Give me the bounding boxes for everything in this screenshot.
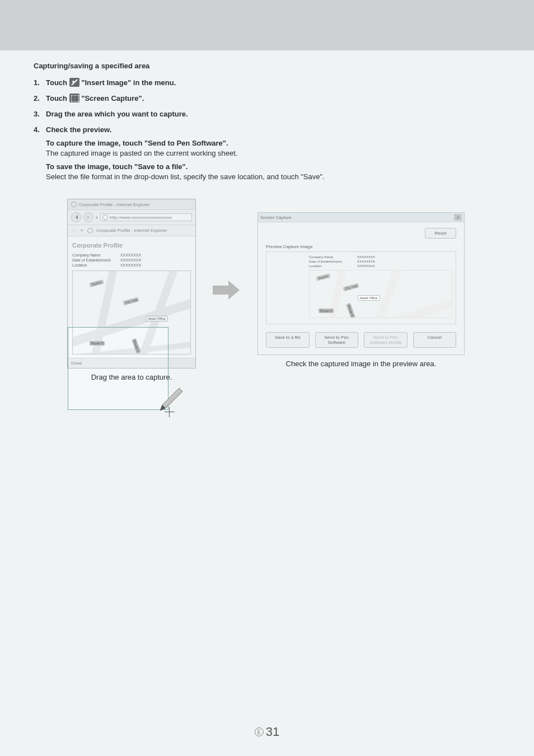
mini-value-company: XXXXXXXX: [357, 255, 375, 259]
mini-label-company: Company Name: [309, 255, 354, 259]
step-4: Check the preview. To capture the image,…: [46, 125, 500, 182]
save-to-file-button[interactable]: Save to a file: [266, 332, 310, 348]
step-1-text-a: Touch: [46, 78, 69, 87]
value-company: XXXXXXXX: [120, 253, 141, 257]
send-to-pen-software-mobile-button[interactable]: Send to Pen Software Mobile: [364, 332, 407, 348]
step-4-sub-1: To capture the image, touch "Send to Pen…: [46, 138, 500, 158]
favorites-star-icon[interactable]: ☆: [71, 227, 76, 234]
arrow-right-icon: [213, 281, 241, 300]
step-4-sub-2: To save the image, touch "Save to a file…: [46, 162, 500, 182]
globe-icon: [71, 202, 77, 207]
dialog-titlebar: Screen Capture ✕: [258, 213, 464, 222]
url-globe-icon: [102, 214, 108, 220]
label-location: Location: [72, 263, 117, 267]
section-heading: Capturing/saving a specified area: [34, 62, 500, 70]
browser-window: Corporate Profile - Internet Explorer ▾ …: [67, 199, 196, 368]
browser-window-title: Corporate Profile - Internet Explorer: [79, 202, 150, 207]
mini-label-date: Date of Establishment: [309, 260, 354, 263]
step-2-text-a: Touch: [46, 94, 69, 102]
step-4-sub-2-title: To save the image, touch "Save to a file…: [46, 162, 500, 172]
browser-nav-row: ▾ http://www.xxxxxxxxxxxxxxxxxx: [68, 210, 195, 225]
preview-content: Company NameXXXXXXXX Date of Establishme…: [306, 252, 456, 324]
mini-value-date: XXXXXXXX: [357, 260, 375, 263]
page-heading: Corporate Profile: [72, 242, 191, 249]
value-location: XXXXXXXX: [120, 263, 141, 267]
drag-selection-rectangle[interactable]: [68, 327, 168, 410]
map-label-cityhall: City Hall: [123, 297, 139, 305]
map-label-station: Station: [89, 279, 104, 287]
dialog-body: Reset Preview Capture Image Company Name…: [258, 222, 464, 354]
address-bar[interactable]: http://www.xxxxxxxxxxxxxxxxxx: [100, 213, 192, 221]
step-1: Touch "Insert Image" in the menu.: [46, 78, 500, 88]
preview-area: Company NameXXXXXXXX Date of Establishme…: [266, 251, 456, 324]
close-icon[interactable]: ✕: [454, 214, 462, 221]
step-3-text: Drag the area which you want to capture.: [46, 110, 188, 118]
profile-table: Company Name XXXXXXXX Date of Establishm…: [72, 253, 191, 267]
page-footer: E31: [0, 725, 534, 739]
row-company: Company Name XXXXXXXX: [72, 253, 191, 257]
browser-tab-title: Corporate Profile - Internet Explorer: [96, 228, 167, 233]
step-1-text-b: "Insert Image" in the menu.: [81, 78, 176, 87]
browser-tab-row: ☆ ✦ Corporate Profile - Internet Explore…: [68, 225, 195, 236]
step-4-sub-1-text: The captured image is pasted on the curr…: [46, 148, 500, 158]
row-date: Date of Establishment XXXXXXXX: [72, 258, 191, 262]
figure-left: Corporate Profile - Internet Explorer ▾ …: [67, 199, 196, 381]
mini-label-location: Location: [309, 264, 354, 268]
step-4-text: Check the preview.: [46, 125, 111, 134]
reset-button[interactable]: Reset: [425, 228, 456, 239]
mini-map-route5: Route 5: [346, 303, 355, 318]
figure-row: Corporate Profile - Internet Explorer ▾ …: [34, 199, 500, 381]
figure-right: Screen Capture ✕ Reset Preview Capture I…: [257, 212, 465, 368]
favorites-add-icon[interactable]: ✦: [79, 227, 84, 234]
screen-capture-dialog: Screen Capture ✕ Reset Preview Capture I…: [257, 212, 465, 355]
mini-map-cityhall: City Hall: [343, 283, 359, 291]
page-content: Capturing/saving a specified area Touch …: [0, 50, 534, 381]
mini-value-location: XXXXXXXX: [357, 264, 375, 268]
mini-map-route3: Route 3: [318, 309, 334, 313]
forward-button-icon[interactable]: [83, 212, 93, 222]
back-button-icon[interactable]: [71, 212, 81, 222]
step-3: Drag the area which you want to capture.: [46, 109, 500, 119]
map-label-headoffice: Head Office: [146, 316, 168, 321]
send-to-pen-software-button[interactable]: Send to Pen Software: [315, 332, 359, 348]
row-location: Location XXXXXXXX: [72, 263, 191, 267]
address-url: http://www.xxxxxxxxxxxxxxxxxx: [110, 215, 172, 220]
label-company: Company Name: [72, 253, 117, 257]
preview-map: Station City Hall Head Office Route 3 Ro…: [309, 270, 452, 318]
step-4-sub-1-title: To capture the image, touch "Send to Pen…: [46, 138, 500, 148]
page-marker-e: E: [255, 727, 264, 736]
page-number: 31: [266, 725, 279, 739]
mini-map-station: Station: [316, 273, 330, 281]
dialog-title-text: Screen Capture: [260, 215, 292, 220]
screen-capture-icon: [69, 94, 79, 102]
step-2: Touch "Screen Capture".: [46, 94, 500, 104]
crosshair-cursor-icon: [165, 407, 175, 417]
insert-image-icon: [69, 78, 79, 87]
figure-right-caption: Check the captured image in the preview …: [286, 360, 437, 368]
tab-globe-icon: [87, 228, 93, 234]
browser-titlebar: Corporate Profile - Internet Explorer: [68, 199, 195, 210]
cancel-button[interactable]: Cancel: [413, 332, 457, 348]
mini-map-headoffice: Head Office: [358, 295, 380, 301]
preview-label: Preview Capture Image: [266, 244, 456, 249]
step-4-sub-2-text: Select the file format in the drop-down …: [46, 172, 500, 182]
instruction-list: Touch "Insert Image" in the menu. Touch …: [34, 78, 500, 182]
step-2-text-b: "Screen Capture".: [81, 94, 144, 102]
dialog-actions: Save to a file Send to Pen Software Send…: [266, 332, 456, 348]
value-date: XXXXXXXX: [120, 258, 141, 262]
document-header-band: [0, 0, 534, 50]
label-date: Date of Establishment: [72, 258, 117, 262]
